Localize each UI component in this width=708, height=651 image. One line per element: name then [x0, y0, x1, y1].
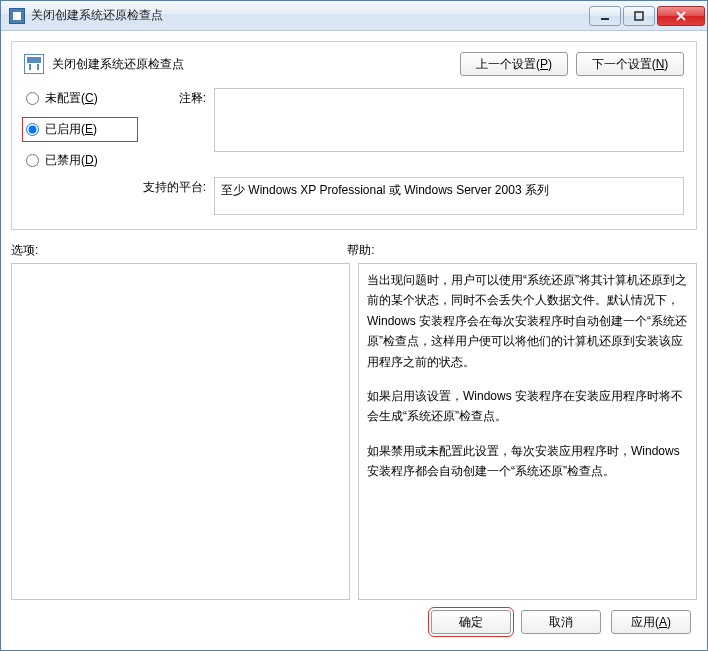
config-grid: 未配置(C) 已启用(E) 已禁用(D) 注释: 支持的平台: [24, 88, 684, 215]
policy-icon [24, 54, 44, 74]
maximize-button[interactable] [623, 6, 655, 26]
previous-setting-label: 上一个设置(P) [476, 56, 552, 73]
next-setting-button[interactable]: 下一个设置(N) [576, 52, 684, 76]
radio-disabled-input[interactable] [26, 154, 39, 167]
apply-button-label: 应用(A) [631, 614, 671, 631]
radio-not-configured-input[interactable] [26, 92, 39, 105]
app-icon [9, 8, 25, 24]
title-bar: 关闭创建系统还原检查点 [1, 1, 707, 31]
note-label: 注释: [138, 88, 212, 107]
cancel-button[interactable]: 取消 [521, 610, 601, 634]
next-setting-label: 下一个设置(N) [592, 56, 669, 73]
svg-rect-1 [635, 12, 643, 20]
dialog-window: 关闭创建系统还原检查点 关闭创建系统还原检查点 上一个设置( [0, 0, 708, 651]
state-radio-group: 未配置(C) 已启用(E) 已禁用(D) [24, 88, 136, 171]
note-textarea[interactable] [214, 88, 684, 152]
radio-enabled-label: 已启用(E) [45, 121, 97, 138]
lower-panes: 当出现问题时，用户可以使用“系统还原”将其计算机还原到之前的某个状态，同时不会丢… [11, 263, 697, 600]
svg-rect-0 [601, 18, 609, 20]
ok-button[interactable]: 确定 [431, 610, 511, 634]
help-label: 帮助: [347, 242, 374, 259]
minimize-icon [600, 11, 610, 21]
options-pane [11, 263, 350, 600]
platform-label: 支持的平台: [138, 177, 212, 196]
window-title: 关闭创建系统还原检查点 [31, 7, 587, 24]
close-icon [676, 11, 686, 21]
help-paragraph: 如果启用该设置，Windows 安装程序在安装应用程序时将不会生成“系统还原”检… [367, 386, 688, 427]
radio-disabled-label: 已禁用(D) [45, 152, 98, 169]
panel-header: 关闭创建系统还原检查点 上一个设置(P) 下一个设置(N) [24, 52, 684, 76]
content-area: 关闭创建系统还原检查点 上一个设置(P) 下一个设置(N) 未配置(C) [1, 31, 707, 650]
radio-enabled[interactable]: 已启用(E) [24, 119, 136, 140]
close-button[interactable] [657, 6, 705, 26]
radio-enabled-input[interactable] [26, 123, 39, 136]
options-label: 选项: [11, 242, 347, 259]
minimize-button[interactable] [589, 6, 621, 26]
pane-labels: 选项: 帮助: [11, 242, 697, 259]
radio-disabled[interactable]: 已禁用(D) [24, 150, 136, 171]
maximize-icon [634, 11, 644, 21]
help-paragraph: 如果禁用或未配置此设置，每次安装应用程序时，Windows 安装程序都会自动创建… [367, 441, 688, 482]
previous-setting-button[interactable]: 上一个设置(P) [460, 52, 568, 76]
radio-not-configured-label: 未配置(C) [45, 90, 98, 107]
supported-platform-value: 至少 Windows XP Professional 或 Windows Ser… [214, 177, 684, 215]
window-controls [587, 6, 705, 26]
help-paragraph: 当出现问题时，用户可以使用“系统还原”将其计算机还原到之前的某个状态，同时不会丢… [367, 270, 688, 372]
radio-not-configured[interactable]: 未配置(C) [24, 88, 136, 109]
dialog-buttons: 确定 取消 应用(A) [11, 600, 697, 640]
apply-button[interactable]: 应用(A) [611, 610, 691, 634]
top-panel: 关闭创建系统还原检查点 上一个设置(P) 下一个设置(N) 未配置(C) [11, 41, 697, 230]
help-pane: 当出现问题时，用户可以使用“系统还原”将其计算机还原到之前的某个状态，同时不会丢… [358, 263, 697, 600]
panel-title: 关闭创建系统还原检查点 [52, 56, 184, 73]
